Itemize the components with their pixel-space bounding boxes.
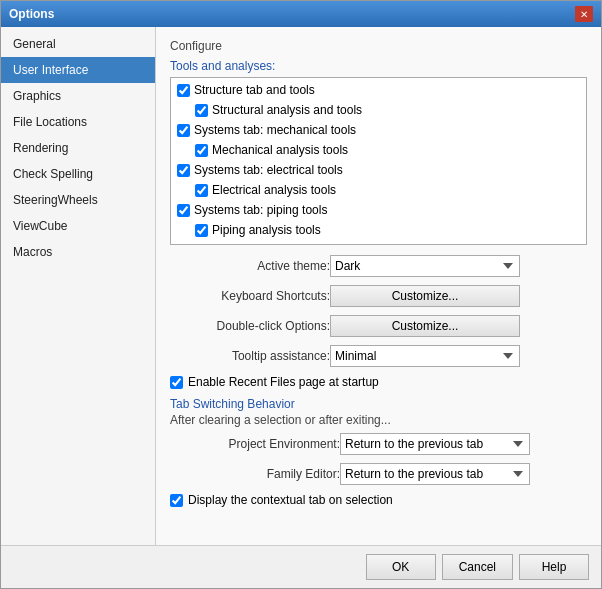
sidebar-item-check-spelling[interactable]: Check Spelling: [1, 161, 155, 187]
checkbox-elec-analysis[interactable]: [195, 184, 208, 197]
tree-label-systems-piping: Systems tab: piping tools: [194, 201, 327, 219]
tree-label-systems-elec: Systems tab: electrical tools: [194, 161, 343, 179]
tab-switching-section: Tab Switching Behavior After clearing a …: [170, 397, 587, 507]
checkbox-structure[interactable]: [177, 84, 190, 97]
tree-item-massing: Massing & Site tab and tools: [173, 240, 584, 245]
sidebar-item-general[interactable]: General: [1, 31, 155, 57]
sidebar-item-macros[interactable]: Macros: [1, 239, 155, 265]
checkbox-piping-analysis[interactable]: [195, 224, 208, 237]
tree-label-structural-analysis: Structural analysis and tools: [212, 101, 362, 119]
display-contextual-label: Display the contextual tab on selection: [188, 493, 393, 507]
tab-switching-sub: After clearing a selection or after exit…: [170, 413, 587, 427]
checkbox-mech-analysis[interactable]: [195, 144, 208, 157]
tree-label-massing: Massing & Site tab and tools: [194, 241, 346, 245]
tree-label-structure: Structure tab and tools: [194, 81, 315, 99]
display-contextual-checkbox[interactable]: [170, 494, 183, 507]
sidebar-item-user-interface[interactable]: User Interface: [1, 57, 155, 83]
options-window: Options ✕ General User Interface Graphic…: [0, 0, 602, 589]
display-contextual-row: Display the contextual tab on selection: [170, 493, 587, 507]
checkbox-structural-analysis[interactable]: [195, 104, 208, 117]
window-title: Options: [9, 7, 54, 21]
title-bar: Options ✕: [1, 1, 601, 27]
tree-label-systems-mech: Systems tab: mechanical tools: [194, 121, 356, 139]
family-editor-row: Family Editor: Return to the previous ta…: [170, 463, 587, 485]
keyboard-shortcuts-btn[interactable]: Customize...: [330, 285, 520, 307]
sidebar-item-steeringwheels[interactable]: SteeringWheels: [1, 187, 155, 213]
sidebar-item-file-locations[interactable]: File Locations: [1, 109, 155, 135]
tree-item-systems-piping: Systems tab: piping tools: [173, 200, 584, 220]
active-theme-select[interactable]: Dark Light: [330, 255, 520, 277]
tree-item-structural-analysis: Structural analysis and tools: [173, 100, 584, 120]
tooltip-select[interactable]: Minimal Normal Expanded: [330, 345, 520, 367]
main-panel: Configure Tools and analyses: Structure …: [156, 27, 601, 545]
checkbox-systems-mech[interactable]: [177, 124, 190, 137]
enable-recent-files-label: Enable Recent Files page at startup: [188, 375, 379, 389]
tools-tree[interactable]: Structure tab and tools Structural analy…: [170, 77, 587, 245]
tooltip-label: Tooltip assistance:: [170, 349, 330, 363]
sidebar-item-rendering[interactable]: Rendering: [1, 135, 155, 161]
tree-item-piping-analysis: Piping analysis tools: [173, 220, 584, 240]
sidebar-item-graphics[interactable]: Graphics: [1, 83, 155, 109]
checkbox-systems-elec[interactable]: [177, 164, 190, 177]
tooltip-row: Tooltip assistance: Minimal Normal Expan…: [170, 345, 587, 367]
enable-recent-files-row: Enable Recent Files page at startup: [170, 375, 587, 389]
sidebar: General User Interface Graphics File Loc…: [1, 27, 156, 545]
tree-item-elec-analysis: Electrical analysis tools: [173, 180, 584, 200]
checkbox-systems-piping[interactable]: [177, 204, 190, 217]
tree-label-piping-analysis: Piping analysis tools: [212, 221, 321, 239]
cancel-button[interactable]: Cancel: [442, 554, 513, 580]
tree-item-mech-analysis: Mechanical analysis tools: [173, 140, 584, 160]
tree-item-systems-elec: Systems tab: electrical tools: [173, 160, 584, 180]
help-button[interactable]: Help: [519, 554, 589, 580]
tree-label-elec-analysis: Electrical analysis tools: [212, 181, 336, 199]
keyboard-shortcuts-label: Keyboard Shortcuts:: [170, 289, 330, 303]
active-theme-label: Active theme:: [170, 259, 330, 273]
tree-item-systems-mech: Systems tab: mechanical tools: [173, 120, 584, 140]
enable-recent-files-checkbox[interactable]: [170, 376, 183, 389]
project-environment-row: Project Environment: Return to the previ…: [170, 433, 587, 455]
ok-button[interactable]: OK: [366, 554, 436, 580]
content-area: General User Interface Graphics File Loc…: [1, 27, 601, 545]
family-editor-select[interactable]: Return to the previous tab Stay on curre…: [340, 463, 530, 485]
tree-label-mech-analysis: Mechanical analysis tools: [212, 141, 348, 159]
bottom-bar: OK Cancel Help: [1, 545, 601, 588]
sidebar-item-viewcube[interactable]: ViewCube: [1, 213, 155, 239]
double-click-row: Double-click Options: Customize...: [170, 315, 587, 337]
configure-label: Configure: [170, 39, 587, 53]
family-editor-label: Family Editor:: [170, 467, 340, 481]
tab-switching-title: Tab Switching Behavior: [170, 397, 587, 411]
project-environment-label: Project Environment:: [170, 437, 340, 451]
active-theme-row: Active theme: Dark Light: [170, 255, 587, 277]
close-button[interactable]: ✕: [575, 6, 593, 22]
keyboard-shortcuts-row: Keyboard Shortcuts: Customize...: [170, 285, 587, 307]
double-click-btn[interactable]: Customize...: [330, 315, 520, 337]
tools-analyses-label: Tools and analyses:: [170, 59, 587, 73]
checkbox-massing[interactable]: [177, 244, 190, 246]
double-click-label: Double-click Options:: [170, 319, 330, 333]
tree-item-structure: Structure tab and tools: [173, 80, 584, 100]
project-environment-select[interactable]: Return to the previous tab Stay on curre…: [340, 433, 530, 455]
